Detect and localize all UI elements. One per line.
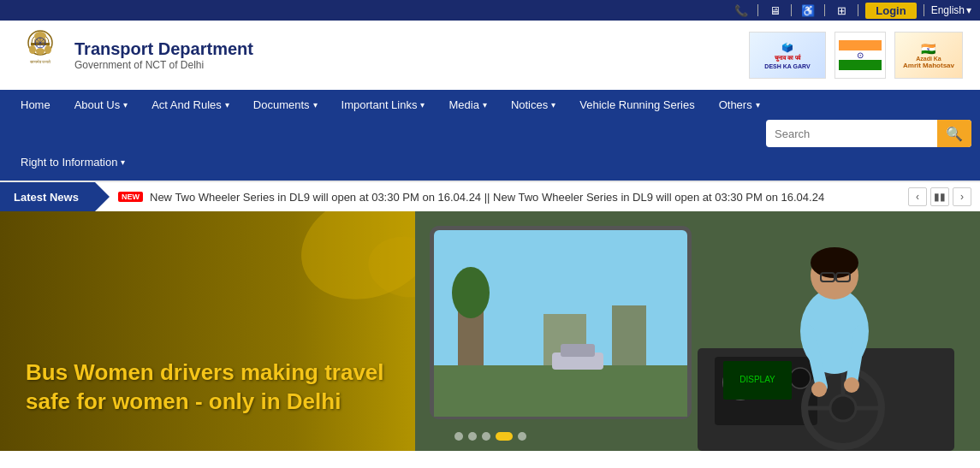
svg-point-10 bbox=[29, 45, 36, 54]
search-box: 🔍 bbox=[766, 120, 971, 147]
nav-vehicle-running[interactable]: Vehicle Running Series bbox=[567, 90, 706, 120]
svg-rect-18 bbox=[434, 365, 687, 417]
emblem-logo: सत्यमेव जयते bbox=[17, 27, 64, 83]
svg-line-44 bbox=[852, 331, 860, 382]
login-button[interactable]: Login bbox=[865, 3, 916, 19]
site-header: सत्यमेव जयते Transport Department Govern… bbox=[0, 21, 980, 90]
language-button[interactable]: English ▾ bbox=[931, 4, 971, 16]
news-prev-button[interactable]: ‹ bbox=[908, 187, 927, 206]
tab-tenders[interactable]: Tenders bbox=[119, 465, 193, 468]
hero-banner: DISPLAY Bus Women dri bbox=[0, 211, 980, 451]
header-branding: सत्यमेव जयते Transport Department Govern… bbox=[17, 27, 253, 83]
svg-point-45 bbox=[811, 382, 827, 397]
news-new-badge: NEW bbox=[118, 192, 143, 202]
tab-notifications[interactable]: Notifications bbox=[17, 465, 119, 468]
hero-text: Bus Women drivers making travel safe for… bbox=[26, 358, 384, 417]
header-badges: 🗳️ चुनाव का पर्व DESH KA GARV ⊙ 🇮🇳 Azadi… bbox=[749, 32, 963, 79]
slide-dot-5[interactable] bbox=[518, 432, 526, 441]
top-bar: 📞 🖥 ♿ ⊞ Login English ▾ bbox=[0, 0, 980, 21]
azadi-badge: 🇮🇳 Azadi Ka Amrit Mahotsav bbox=[894, 32, 963, 79]
nav-notices[interactable]: Notices ▾ bbox=[499, 90, 567, 120]
svg-rect-22 bbox=[612, 305, 646, 365]
rti-arrow: ▾ bbox=[121, 157, 125, 167]
important-links-arrow: ▾ bbox=[420, 100, 425, 110]
chunav-badge: 🗳️ चुनाव का पर्व DESH KA GARV bbox=[749, 32, 826, 79]
news-controls: ‹ ▮▮ › bbox=[900, 187, 980, 206]
org-subtitle: Government of NCT of Delhi bbox=[74, 59, 253, 71]
phone-icon[interactable]: 📞 bbox=[732, 1, 751, 20]
nav-act-rules[interactable]: Act And Rules ▾ bbox=[140, 90, 241, 120]
nav-rti[interactable]: Right to Information ▾ bbox=[9, 147, 137, 177]
slide-dot-3[interactable] bbox=[482, 432, 490, 441]
svg-point-20 bbox=[452, 267, 490, 318]
news-bar: Latest News NEW New Two Wheeler Series i… bbox=[0, 181, 980, 211]
act-rules-arrow: ▾ bbox=[225, 100, 229, 110]
documents-arrow: ▾ bbox=[313, 100, 318, 110]
news-next-button[interactable]: › bbox=[953, 187, 971, 206]
slide-dot-2[interactable] bbox=[468, 432, 477, 441]
news-arrow-deco bbox=[94, 181, 110, 211]
hero-text-line1: Bus Women drivers making travel bbox=[26, 358, 384, 388]
nav-documents[interactable]: Documents ▾ bbox=[241, 90, 330, 120]
svg-point-11 bbox=[45, 45, 51, 54]
svg-point-12 bbox=[36, 48, 45, 55]
about-us-arrow: ▾ bbox=[123, 100, 128, 110]
svg-text:DISPLAY: DISPLAY bbox=[739, 375, 775, 384]
org-title: Transport Department bbox=[74, 39, 253, 59]
svg-point-46 bbox=[844, 377, 859, 393]
hero-photo: DISPLAY bbox=[415, 211, 980, 451]
svg-point-33 bbox=[830, 395, 856, 421]
svg-text:सत्यमेव जयते: सत्यमेव जयते bbox=[29, 59, 50, 64]
slide-dots bbox=[454, 432, 526, 441]
nav-bar-row1: Home About Us ▾ Act And Rules ▾ Document… bbox=[0, 90, 980, 147]
news-ticker: NEW New Two Wheeler Series in DL9 will o… bbox=[110, 191, 900, 204]
svg-point-29 bbox=[790, 368, 811, 388]
slide-dot-1[interactable] bbox=[454, 432, 463, 441]
news-text: New Two Wheeler Series in DL9 will open … bbox=[150, 191, 824, 204]
sitemap-icon[interactable]: ⊞ bbox=[832, 1, 851, 20]
slide-dot-4[interactable] bbox=[496, 432, 513, 441]
bottom-section: Notifications Tenders bbox=[0, 451, 980, 468]
notices-arrow: ▾ bbox=[551, 100, 555, 110]
media-arrow: ▾ bbox=[483, 100, 487, 110]
news-pause-button[interactable]: ▮▮ bbox=[930, 187, 949, 206]
header-title-block: Transport Department Government of NCT o… bbox=[74, 39, 253, 71]
nav-about-us[interactable]: About Us ▾ bbox=[62, 90, 140, 120]
nav-media[interactable]: Media ▾ bbox=[437, 90, 498, 120]
bottom-tabs: Notifications Tenders bbox=[17, 465, 963, 468]
others-arrow: ▾ bbox=[756, 100, 760, 110]
search-input[interactable] bbox=[766, 124, 937, 144]
news-label: Latest News bbox=[0, 182, 94, 211]
nav-others[interactable]: Others ▾ bbox=[707, 90, 772, 120]
screen-icon[interactable]: 🖥 bbox=[765, 1, 784, 20]
nav-important-links[interactable]: Important Links ▾ bbox=[330, 90, 437, 120]
accessibility-icon[interactable]: ♿ bbox=[799, 1, 817, 20]
nav-home[interactable]: Home bbox=[9, 90, 62, 120]
svg-rect-24 bbox=[561, 344, 595, 357]
india-flag-badge: ⊙ bbox=[834, 32, 886, 79]
nav-bar-row2: Right to Information ▾ bbox=[0, 147, 980, 181]
hero-text-line2: safe for women - only in Delhi bbox=[26, 388, 384, 417]
search-button[interactable]: 🔍 bbox=[937, 120, 971, 147]
